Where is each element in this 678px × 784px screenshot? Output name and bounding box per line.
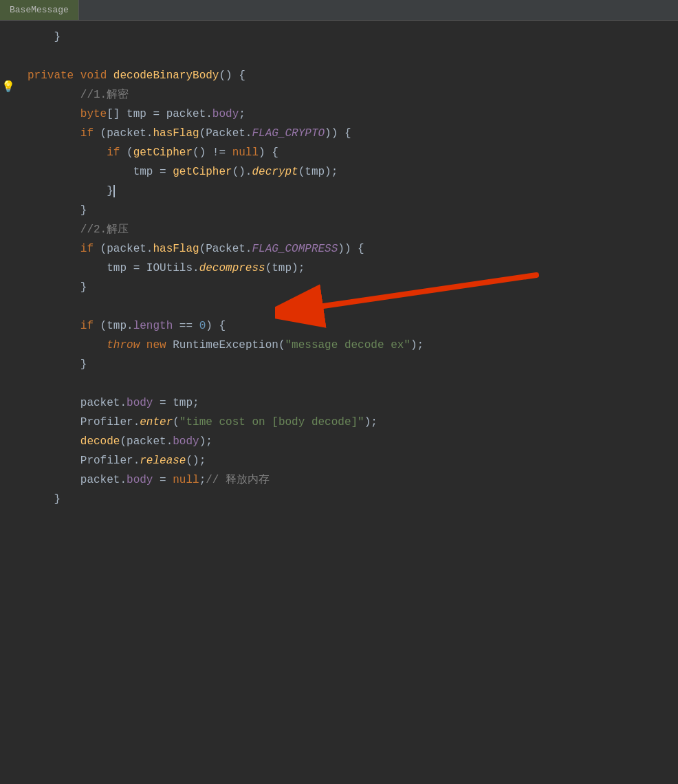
code-line: }: [28, 490, 678, 508]
line-closing-brace: }: [0, 28, 678, 47]
line-close-compress-if: }: [0, 278, 678, 297]
line-throw: throw new RuntimeException("message deco…: [0, 336, 678, 355]
line-close-crypto-if: }: [0, 201, 678, 220]
line-packet-body-null: packet.body = null;// 释放内存: [0, 470, 678, 490]
code-line: if (packet.hasFlag(Packet.FLAG_COMPRESS)…: [28, 240, 678, 258]
code-line: tmp = IOUtils.decompress(tmp);: [28, 259, 678, 277]
line-packet-body-tmp: packet.body = tmp;: [0, 393, 678, 413]
code-line: [28, 298, 678, 316]
line-close-length-if: }: [0, 355, 678, 374]
code-line: throw new RuntimeException("message deco…: [28, 336, 678, 354]
code-line: //1.解密: [28, 86, 678, 104]
code-line: tmp = getCipher().decrypt(tmp);: [28, 163, 678, 181]
code-line: //2.解压: [28, 221, 678, 239]
line-close-inner-if: }: [0, 182, 678, 201]
line-if-crypto: if (packet.hasFlag(Packet.FLAG_CRYPTO)) …: [0, 124, 678, 143]
line-if-compress: if (packet.hasFlag(Packet.FLAG_COMPRESS)…: [0, 239, 678, 259]
code-line: }: [28, 28, 678, 46]
code-line: [28, 47, 678, 65]
line-empty-3: [0, 374, 678, 393]
code-line: }: [28, 202, 678, 219]
line-comment-2: //2.解压: [0, 220, 678, 239]
line-function-def: 💡 private void decodeBinaryBody() {: [0, 66, 678, 85]
tab-basemessage[interactable]: BaseMessage: [0, 0, 79, 20]
code-line: if (packet.hasFlag(Packet.FLAG_CRYPTO)) …: [28, 124, 678, 142]
line-empty-2: [0, 297, 678, 316]
line-profiler-enter: Profiler.enter("time cost on [body decod…: [0, 413, 678, 432]
line-if-getcipher: if (getCipher() != null) {: [0, 143, 678, 162]
code-line: Profiler.enter("time cost on [body decod…: [28, 413, 678, 431]
line-decompress: tmp = IOUtils.decompress(tmp);: [0, 259, 678, 278]
line-profiler-release: Profiler.release();: [0, 451, 678, 470]
line-comment-1: //1.解密: [0, 85, 678, 105]
code-line: [28, 375, 678, 393]
code-line: Profiler.release();: [28, 452, 678, 470]
line-byte-tmp: byte[] tmp = packet.body;: [0, 105, 678, 124]
line-decrypt: tmp = getCipher().decrypt(tmp);: [0, 162, 678, 182]
code-line: if (getCipher() != null) {: [28, 144, 678, 162]
code-line: }: [28, 182, 678, 200]
line-final-brace: }: [0, 490, 678, 509]
code-line: }: [28, 279, 678, 296]
tab-label: BaseMessage: [10, 5, 69, 15]
line-if-length: if (tmp.length == 0) {: [0, 316, 678, 336]
tab-bar: BaseMessage: [0, 0, 678, 21]
code-line: byte[] tmp = packet.body;: [28, 105, 678, 123]
code-line: decode(packet.body);: [28, 433, 678, 450]
line-decode-call: decode(packet.body);: [0, 432, 678, 451]
code-line: packet.body = null;// 释放内存: [28, 471, 678, 489]
line-empty-1: [0, 47, 678, 66]
code-line: }: [28, 356, 678, 373]
code-line: packet.body = tmp;: [28, 394, 678, 412]
code-line: if (tmp.length == 0) {: [28, 317, 678, 335]
code-area: } 💡 private void decodeBinaryBody() { //…: [0, 21, 678, 516]
code-line: private void decodeBinaryBody() {: [28, 67, 678, 85]
